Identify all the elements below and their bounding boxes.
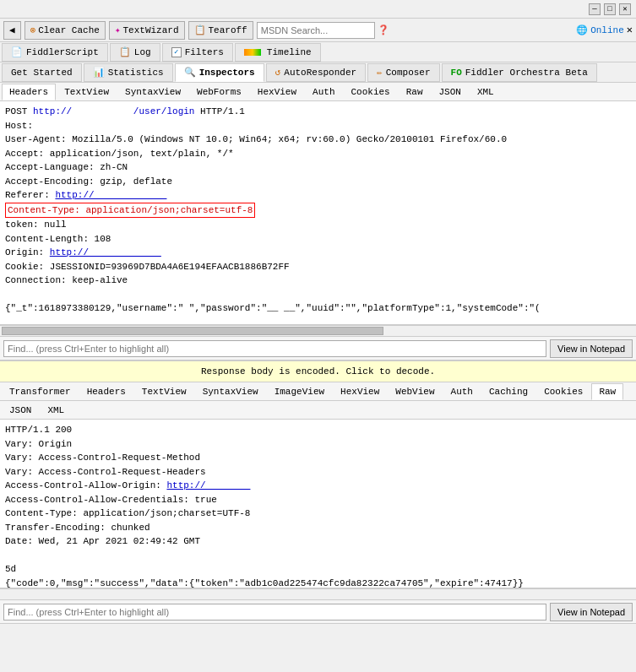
title-bar: — □ ✕ — [0, 0, 636, 19]
response-sub-tabs: Transformer Headers TextView SyntaxView … — [0, 382, 636, 401]
msdn-search-input[interactable] — [257, 22, 375, 39]
tearoff-icon: 📋 — [194, 24, 206, 35]
resp-tab-headers[interactable]: Headers — [79, 383, 133, 400]
content-type-highlighted: Content-Type: application/json;charset=u… — [5, 203, 255, 219]
req-tab-syntaxview[interactable]: SyntaxView — [117, 84, 188, 100]
resp-tab-transformer[interactable]: Transformer — [2, 383, 79, 400]
req-tab-auth[interactable]: Auth — [305, 84, 342, 100]
resp-tab-xml[interactable]: XML — [40, 402, 72, 419]
tab-log[interactable]: 📋 Log — [110, 43, 160, 62]
request-scrollbar[interactable] — [0, 325, 636, 337]
view-notepad-btn-1[interactable]: View in Notepad — [550, 339, 633, 358]
req-line-1: POST http:// /user/login HTTP/1.1 — [5, 105, 631, 119]
tab-fiddlerscript[interactable]: 📄 FiddlerScript — [2, 43, 108, 62]
tab-inspectors[interactable]: 🔍 Inspectors — [175, 63, 264, 82]
req-tab-hexview[interactable]: HexView — [250, 84, 304, 100]
resp-tab-cookies[interactable]: Cookies — [536, 383, 590, 400]
resp-line-2: Vary: Origin — [5, 437, 631, 452]
req-tab-cookies[interactable]: Cookies — [343, 84, 397, 100]
req-line-9: token: null — [5, 218, 631, 232]
close-icon[interactable]: ✕ — [627, 24, 633, 36]
resp-line-7: Content-Type: application/json;charset=U… — [5, 507, 631, 521]
req-url[interactable]: http:// /user/login — [33, 106, 194, 117]
resp-line-3: Vary: Access-Control-Request-Method — [5, 451, 631, 465]
req-line-12: Cookie: JSESSIONID=93969D7BDA4A6E194EFAA… — [5, 260, 631, 274]
tab-statistics[interactable]: 📊 Statistics — [84, 63, 173, 82]
request-sub-tabs: Headers TextView SyntaxView WebForms Hex… — [0, 83, 636, 101]
resp-tab-syntaxview[interactable]: SyntaxView — [195, 383, 266, 400]
help-icon: ❓ — [378, 24, 389, 35]
req-line-13: Connection: keep-alive — [5, 274, 631, 288]
tab-autoresponder[interactable]: ↺ AutoResponder — [266, 63, 366, 82]
find-bar-1: View in Notepad — [0, 337, 636, 360]
req-line-10: Content-Length: 108 — [5, 232, 631, 247]
response-encoded-bar[interactable]: Response body is encoded. Click to decod… — [0, 360, 636, 382]
req-line-14 — [5, 288, 631, 302]
online-label[interactable]: Online — [590, 25, 624, 35]
referer-link[interactable]: http:// — [55, 190, 166, 200]
resp-tab-imageview[interactable]: ImageView — [267, 383, 332, 400]
back-button[interactable]: ◀ — [3, 21, 21, 40]
req-line-7: Referer: http:// — [5, 188, 631, 203]
resp-line-6: Access-Control-Allow-Credentials: true — [5, 493, 631, 507]
find-bar-2: View in Notepad — [0, 600, 636, 624]
resp-tab-textview[interactable]: TextView — [134, 383, 194, 400]
tab-fiddlerorchestra[interactable]: FO Fiddler Orchestra Beta — [442, 63, 597, 82]
req-tab-raw[interactable]: Raw — [399, 84, 431, 100]
req-line-2: Host: — [5, 119, 631, 133]
tearoff-button[interactable]: 📋 Tearoff — [188, 21, 253, 40]
msdn-search-area: ❓ — [257, 22, 573, 39]
resp-tab-caching[interactable]: Caching — [481, 383, 535, 400]
origin-link[interactable]: http:// — [50, 247, 161, 257]
response-panel: HTTP/1.1 200 Vary: Origin Vary: Access-C… — [0, 420, 636, 588]
text-wizard-button[interactable]: ✦ TextWizard — [109, 21, 185, 40]
req-line-15: {"_t":1618973380129,"username":" ","pass… — [5, 301, 631, 316]
broom-icon: ⊗ — [30, 24, 36, 35]
request-scroll-thumb[interactable] — [2, 327, 383, 335]
req-tab-webforms[interactable]: WebForms — [189, 84, 249, 100]
resp-tab-auth[interactable]: Auth — [443, 383, 481, 400]
online-area: 🌐 Online ✕ — [576, 24, 633, 36]
inspectors-icon: 🔍 — [184, 67, 196, 78]
resp-line-5: Access-Control-Allow-Origin: http:// — [5, 479, 631, 493]
filters-checkbox[interactable] — [171, 47, 182, 57]
toolbar: ◀ ⊗ Clear Cache ✦ TextWizard 📋 Tearoff ❓… — [0, 19, 636, 42]
resp-line-4: Vary: Access-Control-Request-Headers — [5, 465, 631, 480]
response-scrollbar[interactable] — [0, 588, 636, 600]
acao-link[interactable]: http:// — [166, 480, 250, 490]
tab-timeline[interactable]: Timeline — [235, 43, 321, 62]
tab-filters[interactable]: Filters — [162, 43, 233, 62]
fiddlerscript-icon: 📄 — [11, 46, 23, 57]
fo-icon: FO — [451, 68, 462, 78]
log-icon: 📋 — [119, 46, 131, 57]
timeline-icon — [244, 49, 261, 56]
resp-line-10 — [5, 549, 631, 563]
req-tab-textview[interactable]: TextView — [57, 84, 117, 100]
req-line-6: Accept-Encoding: gzip, deflate — [5, 175, 631, 189]
tab-bar-2: Get Started 📊 Statistics 🔍 Inspectors ↺ … — [0, 62, 636, 83]
resp-line-1: HTTP/1.1 200 — [5, 423, 631, 437]
tab-composer[interactable]: ✏️ Composer — [367, 63, 439, 82]
req-line-5: Accept-Language: zh-CN — [5, 160, 631, 175]
resp-tab-json[interactable]: JSON — [2, 402, 39, 419]
req-line-8: Content-Type: application/json;charset=u… — [5, 203, 631, 219]
request-panel: POST http:// /user/login HTTP/1.1 Host: … — [0, 101, 636, 325]
online-icon: 🌐 — [576, 24, 588, 35]
resp-tab-raw[interactable]: Raw — [591, 383, 623, 400]
find-input-1[interactable] — [3, 340, 546, 357]
resp-line-11: 5d — [5, 562, 631, 577]
clear-cache-button[interactable]: ⊗ Clear Cache — [24, 21, 106, 40]
maximize-button[interactable]: □ — [604, 3, 616, 15]
find-input-2[interactable] — [3, 604, 546, 621]
tab-getstarted[interactable]: Get Started — [2, 63, 82, 82]
stats-icon: 📊 — [93, 67, 105, 78]
close-window-button[interactable]: ✕ — [619, 3, 631, 15]
req-tab-json[interactable]: JSON — [432, 84, 469, 100]
minimize-button[interactable]: — — [589, 3, 601, 15]
resp-tab-hexview[interactable]: HexView — [333, 383, 387, 400]
resp-tab-webview[interactable]: WebView — [388, 383, 442, 400]
view-notepad-btn-2[interactable]: View in Notepad — [550, 603, 633, 621]
req-line-3: User-Agent: Mozilla/5.0 (Windows NT 10.0… — [5, 133, 631, 147]
req-tab-headers[interactable]: Headers — [2, 84, 56, 100]
req-tab-xml[interactable]: XML — [470, 84, 502, 100]
